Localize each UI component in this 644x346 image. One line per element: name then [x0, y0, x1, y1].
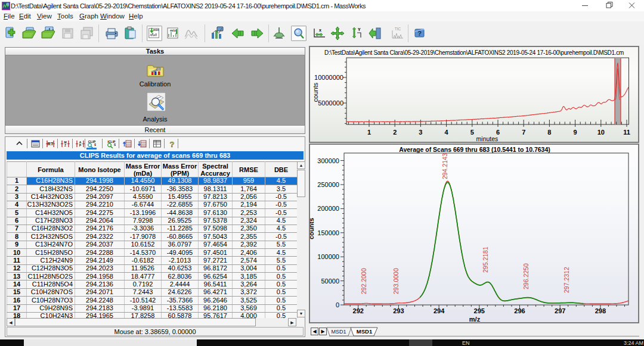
svg-text:counts: counts — [312, 82, 319, 102]
svg-text:minutes: minutes — [476, 135, 499, 142]
svg-text:297: 297 — [555, 307, 565, 314]
svg-text:100000: 100000 — [317, 253, 339, 260]
svg-text:7: 7 — [522, 129, 525, 136]
svg-text:D:\TestData\Agilent Santa Clar: D:\TestData\Agilent Santa Clara\05-29-20… — [324, 49, 624, 56]
svg-text:295: 295 — [474, 307, 485, 314]
svg-text:50000: 50000 — [321, 278, 339, 285]
svg-text:10: 10 — [597, 129, 605, 136]
svg-text:294.2143: 294.2143 — [441, 153, 448, 179]
svg-text:counts: counts — [310, 218, 315, 239]
svg-text:0: 0 — [336, 301, 339, 308]
svg-text:295.2181: 295.2181 — [482, 247, 489, 273]
svg-text:150000: 150000 — [317, 229, 339, 236]
svg-text:296: 296 — [514, 307, 525, 314]
svg-text:294: 294 — [434, 307, 445, 314]
svg-text:200000: 200000 — [317, 205, 339, 212]
svg-text:MSD1: MSD1 — [357, 328, 373, 335]
svg-text:298: 298 — [595, 307, 606, 314]
svg-text:m/z: m/z — [469, 316, 481, 322]
svg-text:292: 292 — [353, 307, 364, 314]
svg-text:TIC: TIC — [395, 27, 401, 31]
svg-text:9: 9 — [574, 129, 577, 136]
svg-text:293: 293 — [393, 307, 404, 314]
svg-text:8: 8 — [547, 129, 551, 136]
svg-text:MSD1: MSD1 — [331, 329, 346, 335]
svg-text:?: ? — [170, 140, 175, 149]
svg-text:297.2312: 297.2312 — [563, 267, 570, 293]
svg-text:250000: 250000 — [317, 181, 339, 188]
svg-text:3: 3 — [419, 129, 422, 136]
svg-text:11: 11 — [623, 129, 630, 136]
svg-text:5000000: 5000000 — [318, 99, 343, 107]
svg-text:x: x — [319, 28, 321, 32]
svg-text:4: 4 — [445, 129, 449, 136]
svg-text:292.2000: 292.2000 — [360, 268, 367, 294]
svg-text:S: S — [114, 143, 116, 146]
svg-text:RT: RT — [48, 142, 54, 146]
svg-text:300000: 300000 — [317, 157, 339, 164]
svg-text:?: ? — [417, 30, 422, 37]
svg-text:296.2250: 296.2250 — [522, 263, 530, 289]
svg-text:m/z: m/z — [170, 29, 176, 32]
svg-text:Average of Scans 669 thru 683: Average of Scans 669 thru 683 (10.5441 t… — [399, 146, 550, 153]
svg-text:10000000: 10000000 — [314, 74, 343, 81]
svg-text:min: min — [153, 28, 159, 32]
svg-text:1: 1 — [367, 129, 371, 136]
svg-text:293.0000: 293.0000 — [392, 268, 400, 294]
svg-text:5: 5 — [470, 129, 474, 136]
svg-text:2: 2 — [393, 129, 397, 136]
svg-text:Y: Y — [358, 27, 361, 32]
svg-text:S: S — [94, 143, 96, 146]
svg-text:Z: Z — [64, 144, 66, 147]
